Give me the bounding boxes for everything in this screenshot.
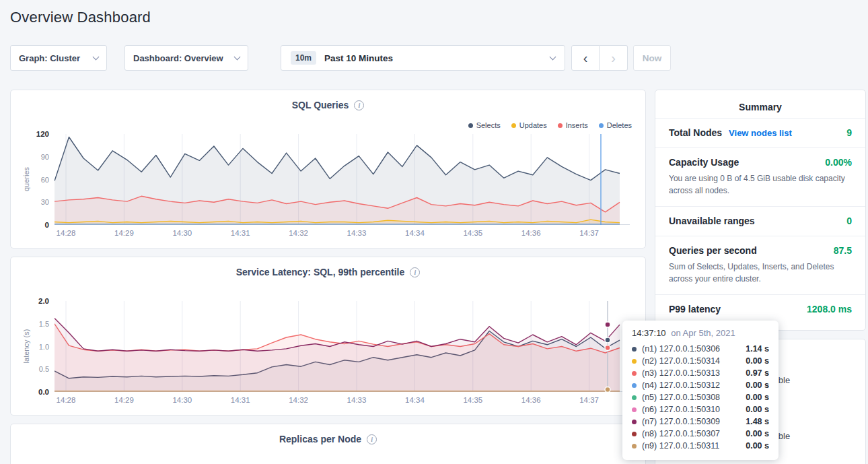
chevron-down-icon xyxy=(93,53,100,60)
x-axis-tick: 14:35 xyxy=(463,396,482,404)
summary-row-value: 1208.0 ms xyxy=(807,304,852,314)
info-icon[interactable]: i xyxy=(367,434,377,444)
summary-row-queries-per-second: Queries per second 87.5 Sum of Selects, … xyxy=(655,236,865,294)
summary-row-caption: Sum of Selects, Updates, Inserts, and De… xyxy=(669,261,852,285)
tooltip-time: 14:37:10 xyxy=(632,328,666,338)
chart-legend: SelectsUpdatesInsertsDeletes xyxy=(468,121,632,129)
x-axis-tick: 14:31 xyxy=(231,396,250,404)
x-axis-tick: 14:34 xyxy=(405,396,425,404)
y-axis-ticks: 1209060300 xyxy=(11,134,49,225)
x-axis-tick: 14:28 xyxy=(57,396,76,404)
dashboard-dropdown[interactable]: Dashboard: Overview xyxy=(124,45,248,71)
node-color-dot xyxy=(632,420,637,424)
page-title: Overview Dashboard xyxy=(10,9,151,26)
summary-row-value: 0 xyxy=(846,216,852,226)
x-axis-tick: 14:36 xyxy=(521,396,541,404)
legend-color-dot xyxy=(558,123,563,128)
graph-dropdown[interactable]: Graph: Cluster xyxy=(10,45,107,71)
node-color-dot xyxy=(632,444,637,449)
info-icon[interactable]: i xyxy=(354,100,364,110)
tooltip-node-label: (n5) 127.0.0.1:50308 xyxy=(642,393,740,402)
tooltip-node-row: (n8) 127.0.0.1:503070.00 s xyxy=(632,428,769,440)
y-axis-tick: 1.5 xyxy=(39,320,49,328)
x-axis-tick: 14:33 xyxy=(347,396,367,404)
summary-panel-title: Summary xyxy=(655,90,865,118)
tooltip-node-row: (n2) 127.0.0.1:503140.00 s xyxy=(632,355,769,367)
service-latency-plot[interactable] xyxy=(55,301,630,392)
x-axis-tick: 14:32 xyxy=(289,396,308,404)
tooltip-node-label: (n2) 127.0.0.1:50314 xyxy=(642,356,740,366)
legend-item-selects[interactable]: Selects xyxy=(468,121,501,129)
tooltip-node-value: 0.97 s xyxy=(746,368,769,378)
overview-dashboard-page: Overview Dashboard Graph: Cluster Dashbo… xyxy=(0,0,868,464)
tooltip-node-value: 0.00 s xyxy=(746,356,769,366)
time-range-label: Past 10 Minutes xyxy=(324,53,393,63)
node-color-dot xyxy=(632,347,637,352)
summary-row-value: 0.00% xyxy=(825,157,852,168)
summary-row-value: 87.5 xyxy=(834,245,852,256)
chart-title: Service Latency: SQL, 99th percentile i xyxy=(11,267,645,277)
summary-row-capacity-usage: Capacity Usage 0.00% You are using 0 B o… xyxy=(655,147,865,206)
legend-color-dot xyxy=(511,123,516,128)
legend-color-dot xyxy=(468,123,473,128)
tooltip-node-value: 0.00 s xyxy=(746,429,769,438)
time-next-button[interactable]: › xyxy=(600,45,628,71)
info-icon[interactable]: i xyxy=(410,267,420,277)
summary-row-label: Queries per second xyxy=(669,245,757,256)
summary-panel: Summary Total Nodes View nodes list 9 Ca… xyxy=(655,90,866,331)
time-pager: ‹ › xyxy=(571,45,628,71)
x-axis-tick: 14:36 xyxy=(521,229,541,237)
chart-title-text: Replicas per Node xyxy=(279,434,361,444)
time-prev-button[interactable]: ‹ xyxy=(571,45,600,71)
summary-row-p99-latency: P99 latency 1208.0 ms xyxy=(655,294,865,324)
tooltip-node-value: 0.00 s xyxy=(746,380,769,390)
tooltip-node-label: (n4) 127.0.0.1:50312 xyxy=(642,380,740,390)
summary-row-value: 9 xyxy=(846,127,852,138)
x-axis-ticks: 14:2814:2914:3014:3114:3214:3314:3414:35… xyxy=(55,396,630,407)
tooltip-node-label: (n3) 127.0.0.1:50313 xyxy=(642,368,740,378)
y-axis-tick: 60 xyxy=(41,176,49,184)
now-button[interactable]: Now xyxy=(633,45,671,71)
x-axis-tick: 14:32 xyxy=(289,229,308,237)
node-color-dot xyxy=(632,432,637,436)
sql-queries-chart-card: SQL Queries i SelectsUpdatesInsertsDelet… xyxy=(10,90,646,248)
legend-item-updates[interactable]: Updates xyxy=(511,121,547,129)
summary-row-label: Unavailable ranges xyxy=(669,216,755,226)
toolbar: Graph: Cluster Dashboard: Overview 10m P… xyxy=(10,45,671,71)
y-axis-tick: 0 xyxy=(45,221,49,229)
x-axis-tick: 14:30 xyxy=(172,229,192,237)
time-range-dropdown[interactable]: 10m Past 10 Minutes xyxy=(281,45,565,71)
time-range-badge: 10m xyxy=(291,51,316,65)
graph-dropdown-label: Graph: Cluster xyxy=(19,53,80,63)
x-axis-tick: 14:29 xyxy=(114,396,134,404)
chart-title-text: Service Latency: SQL, 99th percentile xyxy=(236,267,405,277)
node-color-dot xyxy=(632,371,637,376)
summary-row-label: P99 latency xyxy=(669,304,721,314)
node-color-dot xyxy=(632,395,637,400)
y-axis-ticks: 2.01.51.00.50.0 xyxy=(11,301,49,392)
view-nodes-list-link[interactable]: View nodes list xyxy=(729,128,792,138)
tooltip-node-value: 0.00 s xyxy=(746,393,769,402)
x-axis-tick: 14:33 xyxy=(347,229,367,237)
tooltip-node-label: (n1) 127.0.0.1:50306 xyxy=(642,344,740,354)
sql-queries-plot[interactable] xyxy=(55,134,630,225)
chart-hover-tooltip: 14:37:10 on Apr 5th, 2021 (n1) 127.0.0.1… xyxy=(622,321,779,460)
chevron-down-icon xyxy=(234,53,241,60)
tooltip-node-value: 0.00 s xyxy=(746,441,769,451)
legend-item-deletes[interactable]: Deletes xyxy=(599,121,632,129)
x-axis-tick: 14:34 xyxy=(405,229,425,237)
chart-title: SQL Queries i xyxy=(11,100,645,110)
legend-item-inserts[interactable]: Inserts xyxy=(558,121,588,129)
x-axis-tick: 14:37 xyxy=(579,229,599,237)
node-color-dot xyxy=(632,359,637,364)
y-axis-tick: 90 xyxy=(41,153,49,161)
x-axis-tick: 14:28 xyxy=(57,229,76,237)
x-axis-tick: 14:29 xyxy=(114,229,134,237)
summary-row-caption: You are using 0 B of 4.5 GiB usable disk… xyxy=(669,172,852,197)
tooltip-date: on Apr 5th, 2021 xyxy=(671,328,735,338)
tooltip-node-value: 1.14 s xyxy=(746,344,769,354)
tooltip-node-row: (n1) 127.0.0.1:503061.14 s xyxy=(632,343,769,355)
x-axis-tick: 14:35 xyxy=(463,229,482,237)
y-axis-tick: 1.0 xyxy=(39,343,49,351)
tooltip-rows: (n1) 127.0.0.1:503061.14 s(n2) 127.0.0.1… xyxy=(632,343,769,452)
